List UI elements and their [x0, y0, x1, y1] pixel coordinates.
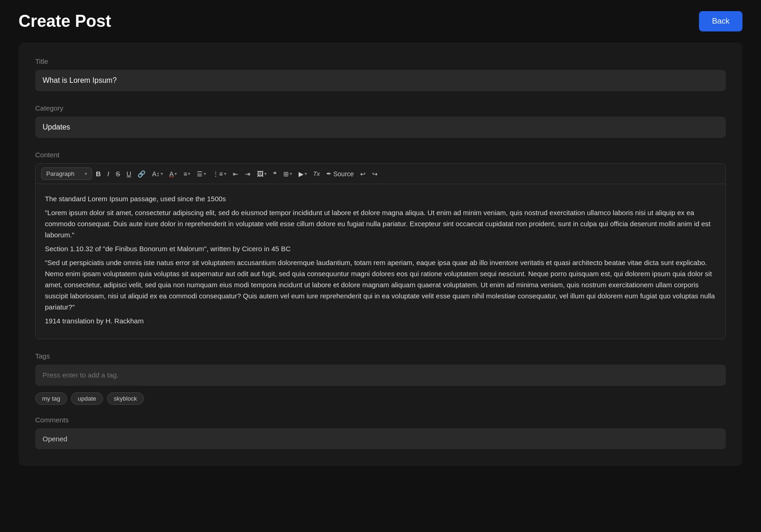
- table-button[interactable]: ⊞▾: [281, 168, 295, 180]
- category-section: Category: [35, 104, 726, 149]
- content-para-5: 1914 translation by H. Rackham: [45, 315, 716, 327]
- image-button[interactable]: 🖼▾: [254, 168, 269, 180]
- page-title: Create Post: [19, 12, 111, 31]
- redo-button[interactable]: ↪: [369, 168, 380, 180]
- font-color-button[interactable]: A▾: [167, 168, 180, 180]
- editor-wrapper: Paragraph ▾ B I S U 🔗 A↕▾ A▾ ≡▾ ☰▾: [35, 163, 726, 339]
- tags-section: Tags my tag update skyblock: [35, 352, 726, 405]
- title-section: Title: [35, 57, 726, 102]
- tags-input[interactable]: [43, 371, 718, 379]
- comments-label: Comments: [35, 416, 726, 424]
- blockquote-button[interactable]: ❝: [270, 168, 280, 180]
- undo-button[interactable]: ↩: [357, 168, 368, 180]
- italic-button[interactable]: I: [105, 167, 112, 180]
- source-button[interactable]: ✒ Source: [324, 168, 356, 180]
- tag-chip-my-tag[interactable]: my tag: [35, 392, 67, 405]
- content-para-4: "Sed ut perspiciatis unde omnis iste nat…: [45, 257, 716, 313]
- clear-format-button[interactable]: Tx: [311, 168, 323, 179]
- tags-label: Tags: [35, 352, 726, 360]
- strikethrough-button[interactable]: S: [113, 168, 123, 180]
- content-para-2: "Lorem ipsum dolor sit amet, consectetur…: [45, 207, 716, 241]
- content-section: Content Paragraph ▾ B I S U 🔗 A↕▾ A▾: [35, 151, 726, 339]
- tag-chip-skyblock[interactable]: skyblock: [107, 392, 144, 405]
- list-button[interactable]: ☰▾: [194, 168, 209, 180]
- editor-content[interactable]: The standard Lorem Ipsum passage, used s…: [36, 184, 725, 339]
- content-label: Content: [35, 151, 726, 159]
- paragraph-label: Paragraph: [46, 170, 75, 177]
- title-label: Title: [35, 57, 726, 65]
- content-para-1: The standard Lorem Ipsum passage, used s…: [45, 193, 716, 204]
- outdent-button[interactable]: ⇤: [230, 168, 241, 180]
- tags-list: my tag update skyblock: [35, 392, 726, 405]
- link-button[interactable]: 🔗: [135, 168, 148, 180]
- category-input[interactable]: [35, 117, 726, 138]
- editor-toolbar: Paragraph ▾ B I S U 🔗 A↕▾ A▾ ≡▾ ☰▾: [36, 164, 725, 184]
- comments-section: Comments Opened: [35, 416, 726, 449]
- tag-chip-update[interactable]: update: [71, 392, 103, 405]
- tags-input-wrapper: [35, 365, 726, 386]
- ordered-list-button[interactable]: ⋮≡▾: [210, 168, 229, 180]
- form-card: Title Category Content Paragraph ▾ B I S…: [19, 43, 742, 466]
- font-size-button[interactable]: A↕▾: [149, 168, 165, 180]
- align-button[interactable]: ≡▾: [181, 168, 193, 180]
- bold-button[interactable]: B: [93, 167, 104, 180]
- category-label: Category: [35, 104, 726, 112]
- back-button[interactable]: Back: [699, 11, 742, 31]
- content-para-3: Section 1.10.32 of "de Finibus Bonorum e…: [45, 243, 716, 254]
- paragraph-select[interactable]: Paragraph ▾: [41, 167, 92, 180]
- source-icon: ✒: [326, 170, 331, 177]
- indent-button[interactable]: ⇥: [242, 168, 253, 180]
- media-button[interactable]: ▶▾: [296, 168, 310, 180]
- top-bar: Create Post Back: [0, 0, 761, 43]
- paragraph-chevron-icon: ▾: [85, 171, 87, 176]
- undo-redo-group: ↩ ↪: [357, 168, 380, 180]
- title-input[interactable]: [35, 70, 726, 91]
- underline-button[interactable]: U: [124, 168, 134, 180]
- comments-status: Opened: [35, 428, 726, 449]
